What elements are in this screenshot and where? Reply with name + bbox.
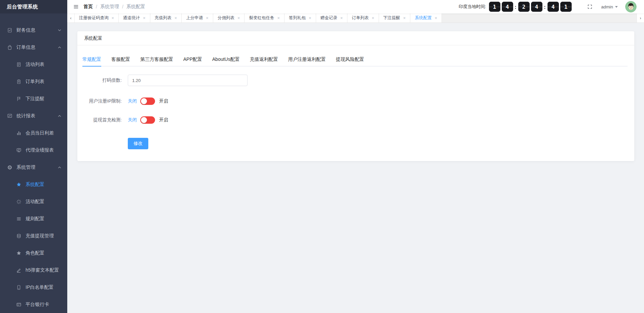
stats-report-icon	[7, 113, 12, 119]
sidebar-item-rule-config[interactable]: 规则配置	[0, 210, 67, 227]
settings-tab-0[interactable]: 常规配置	[82, 55, 101, 67]
sidebar-item-label: 平台银行卡	[26, 302, 49, 308]
sidebar-item-h5-popup-text[interactable]: h5弹窗文本配置	[0, 262, 67, 279]
hamburger-icon[interactable]	[73, 4, 79, 9]
close-icon[interactable]: ×	[309, 16, 311, 20]
tab-label: 赠金记录	[320, 15, 337, 21]
breadcrumb-separator: /	[122, 4, 123, 9]
close-icon[interactable]: ×	[372, 16, 374, 20]
tab-label: 裂变红包任务	[249, 15, 274, 21]
close-icon[interactable]: ×	[175, 16, 177, 20]
tags-view-tab-10[interactable]: 系统配置×	[410, 13, 442, 23]
tags-view-tab-4[interactable]: 分佣列表×	[213, 13, 245, 23]
toggle-knob	[141, 117, 147, 123]
breadcrumb: 首页 / 系统管理 / 系统配置	[83, 4, 145, 10]
tab-label: 通道统计	[123, 15, 140, 21]
close-icon[interactable]: ×	[403, 16, 406, 20]
local-time-label: 印度当地时间:	[459, 4, 486, 10]
sidebar-item-order-info[interactable]: 订单信息	[0, 39, 67, 56]
sidebar-item-label: 会员当日利差	[26, 130, 54, 136]
chevron-down-icon	[57, 28, 62, 33]
settings-tab-6[interactable]: 用户注册返利配置	[288, 55, 326, 67]
sidebar-item-finance[interactable]: 财务信息	[0, 22, 67, 39]
flip-clock: 14:24:41	[489, 2, 572, 12]
settings-tab-1[interactable]: 客服配置	[111, 55, 130, 67]
sidebar-item-label: 系统管理	[16, 164, 35, 170]
order-list-icon	[16, 79, 22, 84]
withdraw-first-charge-toggle[interactable]	[140, 116, 155, 124]
activity-list-icon	[16, 62, 22, 67]
breadcrumb-system-management[interactable]: 系统管理	[100, 4, 119, 10]
sidebar-item-bet-reminder[interactable]: 下注提醒	[0, 90, 67, 107]
close-icon[interactable]: ×	[340, 16, 343, 20]
fullscreen-icon[interactable]	[587, 4, 593, 9]
form-row-betting-multiple: 打码倍数:	[77, 75, 634, 86]
sidebar-item-member-daily-margin[interactable]: 会员当日利差	[0, 124, 67, 142]
h5-popup-text-icon	[16, 268, 22, 273]
role-config-icon	[16, 250, 22, 256]
settings-tab-5[interactable]: 充值返利配置	[250, 55, 278, 67]
betting-multiple-label: 打码倍数:	[77, 77, 122, 83]
sidebar-item-platform-bankcard[interactable]: 平台银行卡	[0, 296, 67, 313]
tags-view-tab-0[interactable]: 注册验证码查询×	[75, 13, 119, 23]
topbar-right: 印度当地时间: 14:24:41 admin	[459, 1, 644, 12]
tags-view-tab-9[interactable]: 下注提醒×	[379, 13, 411, 23]
user-dropdown[interactable]: admin	[601, 4, 618, 9]
sidebar-item-label: h5弹窗文本配置	[26, 267, 59, 273]
tags-view-tab-6[interactable]: 签到礼包×	[285, 13, 316, 23]
sidebar-item-stats-report[interactable]: 统计报表	[0, 107, 67, 124]
settings-tab-3[interactable]: APP配置	[183, 55, 202, 67]
sidebar-item-label: IP白名单配置	[26, 284, 53, 290]
tags-view-tab-1[interactable]: 通道统计×	[119, 13, 150, 23]
card-title: 系统配置	[77, 31, 634, 45]
modify-button[interactable]: 修改	[128, 138, 148, 149]
close-icon[interactable]: ×	[434, 16, 437, 20]
sidebar-item-activity-list[interactable]: 活动列表	[0, 56, 67, 73]
tags-view-tab-3[interactable]: 上分申请×	[182, 13, 213, 23]
betting-multiple-input[interactable]	[128, 75, 248, 86]
tags-prev-arrow[interactable]: ‹	[67, 13, 75, 23]
tab-label: 注册验证码查询	[79, 15, 109, 21]
tags-view-tab-8[interactable]: 订单列表×	[347, 13, 379, 23]
clock-digit: 4	[502, 2, 513, 12]
tags-view-tab-5[interactable]: 裂变红包任务×	[244, 13, 285, 23]
clock-digit: 4	[547, 2, 559, 12]
sidebar-item-agent-performance[interactable]: 代理业绩报表	[0, 142, 67, 159]
finance-icon	[7, 28, 12, 33]
close-icon[interactable]: ×	[206, 16, 209, 20]
settings-tab-7[interactable]: 提现风险配置	[336, 55, 364, 67]
sidebar-item-label: 充值提现管理	[26, 233, 54, 239]
settings-tab-2[interactable]: 第三方客服配置	[140, 55, 173, 67]
avatar[interactable]	[625, 1, 637, 12]
topbar: 首页 / 系统管理 / 系统配置 印度当地时间: 14:24:41 admin	[67, 0, 644, 13]
sidebar-item-system-config[interactable]: 系统配置	[0, 176, 67, 193]
sidebar-item-activity-config[interactable]: 活动配置	[0, 193, 67, 210]
sidebar-item-system-management[interactable]: 系统管理	[0, 159, 67, 176]
clock-digit: 2	[518, 2, 530, 12]
close-icon[interactable]: ×	[277, 16, 280, 20]
tab-label: 充值列表	[155, 15, 172, 21]
sidebar-item-order-list[interactable]: 订单列表	[0, 73, 67, 90]
clock-digit: 4	[531, 2, 542, 12]
bet-reminder-icon	[16, 96, 22, 102]
register-ip-limit-toggle[interactable]	[140, 97, 155, 105]
close-icon[interactable]: ×	[143, 16, 146, 20]
tags-view-tab-2[interactable]: 充值列表×	[150, 13, 182, 23]
sidebar-item-ip-whitelist[interactable]: IP白名单配置	[0, 279, 67, 296]
tags-view-tab-7[interactable]: 赠金记录×	[316, 13, 348, 23]
sidebar-item-recharge-withdraw[interactable]: 充值提现管理	[0, 227, 67, 244]
sidebar-item-label: 订单列表	[26, 79, 44, 85]
tab-label: 分佣列表	[218, 15, 234, 21]
caret-down-icon	[615, 6, 618, 8]
close-icon[interactable]: ×	[237, 16, 240, 20]
close-icon[interactable]: ×	[112, 16, 114, 20]
rule-config-icon	[16, 216, 22, 222]
tab-label: 下注提醒	[383, 15, 400, 21]
sidebar-item-role-config[interactable]: 角色配置	[0, 244, 67, 262]
breadcrumb-home[interactable]: 首页	[83, 4, 93, 10]
tags-next-arrow[interactable]: ›	[637, 13, 644, 23]
settings-tab-4[interactable]: AboutUs配置	[212, 55, 240, 67]
chevron-up-icon	[57, 45, 62, 50]
tab-label: 签到礼包	[289, 15, 306, 21]
tab-label: 订单列表	[352, 15, 369, 21]
